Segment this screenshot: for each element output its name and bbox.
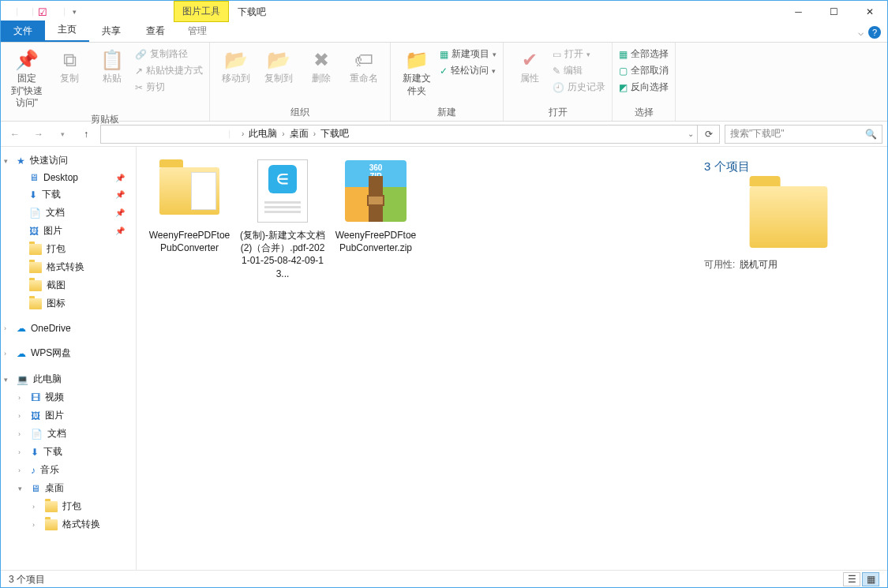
- nav-videos[interactable]: ›🎞视频: [1, 388, 136, 406]
- edit-button[interactable]: ✎编辑: [553, 64, 605, 77]
- navigation-pane[interactable]: ▾★快速访问 🖥Desktop📌 ⬇下载📌 📄文档📌 🖼图片📌 打包 格式转换 …: [1, 147, 137, 570]
- files-pane[interactable]: WeenyFreePDFtoePubConverter ∈ (复制)-新建文本文…: [137, 147, 690, 570]
- maximize-button[interactable]: ☐: [816, 1, 852, 23]
- newfolder-icon: 📁: [405, 47, 429, 73]
- nav-onedrive[interactable]: ›☁OneDrive: [1, 320, 136, 336]
- nav-desktop2[interactable]: ▾🖥桌面: [1, 479, 136, 497]
- history-button[interactable]: 🕘历史记录: [553, 81, 605, 94]
- nav-format[interactable]: 格式转换: [1, 258, 136, 276]
- refresh-button[interactable]: ⟳: [698, 125, 720, 144]
- file-item-zip[interactable]: 360ZIP WeenyFreePDFtoePubConverter.zip: [332, 156, 419, 254]
- search-icon: 🔍: [865, 129, 877, 140]
- nav-documents[interactable]: 📄文档📌: [1, 204, 136, 222]
- help-icon[interactable]: ?: [868, 26, 881, 39]
- nav-screenshot[interactable]: 截图: [1, 276, 136, 294]
- close-button[interactable]: ✕: [852, 1, 887, 23]
- folder-icon: [29, 298, 42, 309]
- title-bar: ☑ ▾ 图片工具 下载吧 ─ ☐ ✕: [1, 1, 887, 23]
- up-button[interactable]: ↑: [77, 125, 96, 144]
- ribbon-collapse-icon[interactable]: ⌵: [858, 27, 864, 38]
- cloud-icon: ☁: [17, 348, 26, 359]
- file-item-pdf[interactable]: ∈ (复制)-新建文本文档 (2)（合并）.pdf-2021-01-25-08-…: [239, 156, 326, 280]
- copy-to-button[interactable]: 📂复制到: [259, 46, 298, 87]
- ribbon-tabs: 文件 主页 共享 查看 管理 ⌵ ?: [1, 23, 887, 43]
- nav-downloads[interactable]: ⬇下载📌: [1, 185, 136, 204]
- minimize-button[interactable]: ─: [781, 1, 816, 23]
- rename-button[interactable]: 🏷重命名: [344, 46, 384, 87]
- nav-icons[interactable]: 图标: [1, 294, 136, 313]
- move-to-button[interactable]: 📂移动到: [216, 46, 256, 87]
- nav-music[interactable]: ›♪音乐: [1, 461, 136, 479]
- back-button[interactable]: ←: [6, 125, 24, 144]
- new-item-button[interactable]: ▦新建项目 ▾: [440, 47, 496, 61]
- icons-view-button[interactable]: ▦: [862, 572, 879, 586]
- pin-to-quick-access-button[interactable]: 📌固定到"快速访问": [7, 46, 47, 111]
- music-icon: ♪: [31, 465, 36, 476]
- nav-desktop[interactable]: 🖥Desktop📌: [1, 170, 136, 185]
- details-view-button[interactable]: ☰: [843, 572, 860, 586]
- easy-access-button[interactable]: ✓轻松访问 ▾: [440, 64, 496, 77]
- view-switcher: ☰ ▦: [843, 572, 879, 586]
- availability-label: 可用性:: [704, 259, 735, 270]
- qat-folder-icon[interactable]: [20, 5, 34, 19]
- delete-button[interactable]: ✖删除: [302, 46, 341, 87]
- history-icon: 🕘: [553, 82, 564, 93]
- downloads-icon: ⬇: [31, 447, 39, 458]
- select-all-button[interactable]: ▦全部选择: [619, 47, 669, 61]
- select-none-button[interactable]: ▢全部取消: [619, 64, 669, 77]
- crumb-desktop[interactable]: 桌面: [287, 127, 312, 140]
- status-item-count: 3 个项目: [9, 573, 45, 586]
- qat-folder2-icon[interactable]: [51, 5, 66, 19]
- crumb-thispc[interactable]: 此电脑: [245, 127, 280, 140]
- search-placeholder: 搜索"下载吧": [730, 127, 785, 140]
- copy-button[interactable]: ⧉复制: [50, 46, 89, 87]
- properties-button[interactable]: ✔属性: [510, 46, 549, 87]
- nav-quick-access[interactable]: ▾★快速访问: [1, 152, 136, 170]
- qat-dropdown-icon[interactable]: ▾: [67, 5, 81, 19]
- copy-path-button[interactable]: 🔗复制路径: [135, 47, 203, 61]
- nav-wps[interactable]: ›☁WPS网盘: [1, 344, 136, 362]
- documents-icon: 📄: [31, 429, 43, 440]
- open-button[interactable]: ▭打开 ▾: [553, 47, 605, 61]
- cut-button[interactable]: ✂剪切: [135, 81, 203, 94]
- nav-pack[interactable]: 打包: [1, 240, 136, 258]
- paste-shortcut-button[interactable]: ↗粘贴快捷方式: [135, 64, 203, 77]
- zip-icon: 360ZIP: [345, 160, 407, 222]
- contextual-tab-pictures[interactable]: 图片工具: [174, 1, 229, 22]
- nav-pictures[interactable]: 🖼图片📌: [1, 222, 136, 240]
- edit-icon: ✎: [553, 66, 560, 77]
- nav-pictures2[interactable]: ›🖼图片: [1, 406, 136, 425]
- nav-documents2[interactable]: ›📄文档: [1, 425, 136, 443]
- forward-button[interactable]: →: [29, 125, 48, 144]
- tab-home[interactable]: 主页: [45, 19, 89, 42]
- tab-view[interactable]: 查看: [133, 21, 178, 42]
- pin-icon: 📌: [15, 47, 39, 73]
- chevron-icon[interactable]: ›: [242, 129, 244, 138]
- paste-button[interactable]: 📋粘贴: [92, 46, 132, 87]
- recent-dropdown[interactable]: ▾: [53, 125, 72, 144]
- chevron-icon[interactable]: ›: [282, 129, 284, 138]
- tab-share[interactable]: 共享: [89, 21, 133, 42]
- preview-folder-icon: [750, 186, 828, 248]
- nav-pack2[interactable]: ›打包: [1, 497, 136, 515]
- tab-manage[interactable]: 管理: [174, 21, 221, 42]
- search-input[interactable]: 搜索"下载吧" 🔍: [725, 125, 882, 144]
- dropdown-icon[interactable]: ⌄: [688, 129, 694, 138]
- breadcrumb[interactable]: › 此电脑 › 桌面 › 下载吧 ⌄: [100, 125, 698, 144]
- item-count-label: 3 个项目: [704, 159, 873, 174]
- desktop-icon: 🖥: [29, 172, 39, 183]
- qat-checkbox-icon[interactable]: ☑: [36, 5, 50, 19]
- nav-thispc[interactable]: ▾💻此电脑: [1, 370, 136, 388]
- crumb-current[interactable]: 下载吧: [317, 127, 352, 140]
- address-bar: ← → ▾ ↑ › 此电脑 › 桌面 › 下载吧 ⌄ ⟳ 搜索"下载吧" 🔍: [1, 122, 887, 147]
- tab-file[interactable]: 文件: [1, 21, 45, 42]
- chevron-icon[interactable]: ›: [313, 129, 316, 138]
- properties-icon: ✔: [522, 47, 538, 73]
- new-folder-button[interactable]: 📁新建文件夹: [397, 46, 437, 99]
- documents-icon: 📄: [29, 208, 41, 219]
- pictures-icon: 🖼: [29, 226, 39, 237]
- nav-format2[interactable]: ›格式转换: [1, 515, 136, 534]
- invert-selection-button[interactable]: ◩反向选择: [619, 81, 669, 94]
- file-item-folder[interactable]: WeenyFreePDFtoePubConverter: [146, 156, 233, 254]
- nav-downloads2[interactable]: ›⬇下载: [1, 443, 136, 461]
